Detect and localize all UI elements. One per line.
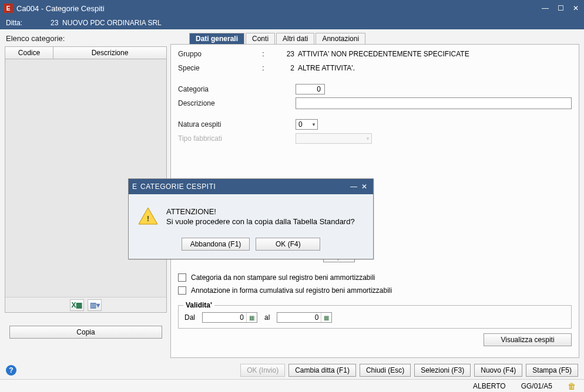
chevron-down-icon: ▼ <box>311 122 316 127</box>
nuovo-button[interactable]: Nuovo (F4) <box>474 364 522 377</box>
tabs: Dati generali Conti Altri dati Annotazio… <box>189 33 579 44</box>
status-bar: ALBERTO GG/01/A5 🗑 <box>0 379 584 392</box>
stampa-button[interactable]: Stampa (F5) <box>526 364 578 377</box>
ditta-label: Ditta: <box>6 19 22 27</box>
tab-conti[interactable]: Conti <box>246 33 275 44</box>
gruppo-code: 23 <box>272 50 294 58</box>
specie-label: Specie <box>178 64 254 72</box>
calendar-icon[interactable]: ▦ <box>246 313 257 322</box>
validita-legend: Validita' <box>183 301 214 309</box>
row-categoria: Categoria 0 <box>178 83 572 95</box>
export-excel-button[interactable]: X▦ <box>70 299 84 311</box>
dialog-ok-button[interactable]: OK (F4) <box>256 238 320 251</box>
trash-icon[interactable]: 🗑 <box>568 381 576 391</box>
dialog-buttons: Abbandona (F1) OK (F4) <box>129 231 373 259</box>
grid-header-descrizione[interactable]: Descrizione <box>53 47 166 59</box>
window-title: Ca004 - Categorie Cespiti <box>16 4 541 13</box>
selezioni-button[interactable]: Selezioni (F3) <box>414 364 471 377</box>
app-icon: E <box>4 4 13 13</box>
chevron-down-icon: ▼ <box>365 136 370 141</box>
specie-code: 2 <box>272 64 294 72</box>
app-window: E Ca004 - Categorie Cespiti ― ☐ ✕ Ditta:… <box>0 0 584 392</box>
ditta-bar: Ditta: 23 NUOVO PDC ORDINARIA SRL <box>0 16 584 29</box>
minimize-icon[interactable]: ― <box>541 4 550 13</box>
dal-date-input[interactable]: 0 ▦ <box>202 312 257 323</box>
help-icon[interactable]: ? <box>6 365 16 376</box>
elenco-heading: Elenco categorie: <box>6 34 167 43</box>
grid-toolbar: X▦ ▥▾ <box>5 297 166 312</box>
chiudi-button[interactable]: Chiudi (Esc) <box>360 364 411 377</box>
columns-config-icon: ▥▾ <box>90 301 100 309</box>
excel-icon: X▦ <box>71 301 82 309</box>
dialog-body: ! ATTENZIONE! Si vuole procedere con la … <box>129 194 373 231</box>
warning-icon: ! <box>138 207 158 225</box>
chk-annot-cumulativa-label: Annotazione in forma cumulativa sul regi… <box>191 286 392 295</box>
titlebar: E Ca004 - Categorie Cespiti ― ☐ ✕ <box>0 0 584 16</box>
validita-fieldset: Validita' Dal 0 ▦ al 0 ▦ <box>178 305 572 329</box>
grid-header-codice[interactable]: Codice <box>5 47 53 59</box>
tab-altri-dati[interactable]: Altri dati <box>276 33 314 44</box>
ok-invio-button: OK (Invio) <box>240 364 285 377</box>
specie-desc: ALTRE ATTIVITA'. <box>298 64 355 72</box>
copia-wrap: Copia <box>5 326 167 339</box>
dialog-close-icon[interactable]: ✕ <box>359 181 370 192</box>
view-row: Visualizza cespiti <box>178 333 572 346</box>
app-icon: E <box>132 183 137 191</box>
bottom-button-bar: ? OK (Invio) Cambia ditta (F1) Chiudi (E… <box>0 360 584 379</box>
row-natura: Natura cespiti 0 ▼ <box>178 119 572 130</box>
tipo-fabbricati-dropdown: ▼ <box>296 133 372 144</box>
ditta-value: 23 NUOVO PDC ORDINARIA SRL <box>51 19 162 27</box>
status-path: GG/01/A5 <box>521 382 552 390</box>
al-date-input[interactable]: 0 ▦ <box>277 312 332 323</box>
dialog-title: CATEGORIE CESPITI <box>140 183 348 191</box>
row-specie: Specie : 2 ALTRE ATTIVITA'. <box>178 62 572 74</box>
chk-non-stampare[interactable] <box>178 273 186 282</box>
chk-non-stampare-label: Categoria da non stampare sul registro b… <box>191 273 375 282</box>
dialog-titlebar: E CATEGORIE CESPITI ― ✕ <box>129 179 373 194</box>
chk-row-2: Annotazione in forma cumulativa sul regi… <box>178 286 572 295</box>
al-label: al <box>264 313 270 322</box>
descrizione-input[interactable] <box>296 97 572 109</box>
maximize-icon[interactable]: ☐ <box>556 4 565 13</box>
gruppo-label: Gruppo <box>178 50 254 58</box>
categoria-label: Categoria <box>178 85 254 93</box>
confirm-dialog: E CATEGORIE CESPITI ― ✕ ! ATTENZIONE! Si… <box>128 178 374 259</box>
cambia-ditta-button[interactable]: Cambia ditta (F1) <box>288 364 356 377</box>
grid-header: Codice Descrizione <box>5 47 166 59</box>
chk-annot-cumulativa[interactable] <box>178 286 186 295</box>
dal-label: Dal <box>184 313 195 322</box>
natura-dropdown[interactable]: 0 ▼ <box>296 119 318 130</box>
dialog-minimize-icon[interactable]: ― <box>348 181 359 192</box>
dialog-heading: ATTENZIONE! <box>166 207 355 216</box>
row-tipo-fabbricati: Tipo fabbricati ▼ <box>178 133 572 144</box>
categoria-input[interactable]: 0 <box>296 84 325 94</box>
descrizione-label: Descrizione <box>178 99 254 107</box>
grid-config-button[interactable]: ▥▾ <box>88 299 102 311</box>
tab-annotazioni[interactable]: Annotazioni <box>316 33 365 44</box>
row-descrizione: Descrizione <box>178 97 572 109</box>
client-area: Elenco categorie: Codice Descrizione X▦ … <box>0 29 584 360</box>
tab-dati-generali[interactable]: Dati generali <box>189 33 244 44</box>
window-controls: ― ☐ ✕ <box>541 4 580 13</box>
gruppo-desc: ATTIVITA' NON PRECEDENTEMENTE SPECIFICAT… <box>298 50 469 58</box>
visualizza-cespiti-button[interactable]: Visualizza cespiti <box>484 333 572 346</box>
abbandona-button[interactable]: Abbandona (F1) <box>182 238 250 251</box>
tipo-fabbricati-label: Tipo fabbricati <box>178 134 254 143</box>
dialog-message: Si vuole procedere con la copia dalla Ta… <box>166 217 355 226</box>
calendar-icon[interactable]: ▦ <box>321 313 331 322</box>
svg-text:!: ! <box>147 215 149 223</box>
natura-label: Natura cespiti <box>178 120 254 129</box>
status-user: ALBERTO <box>473 382 506 390</box>
copia-button[interactable]: Copia <box>9 326 162 339</box>
chk-row-1: Categoria da non stampare sul registro b… <box>178 273 572 282</box>
row-gruppo: Gruppo : 23 ATTIVITA' NON PRECEDENTEMENT… <box>178 48 572 60</box>
close-icon[interactable]: ✕ <box>571 4 580 13</box>
